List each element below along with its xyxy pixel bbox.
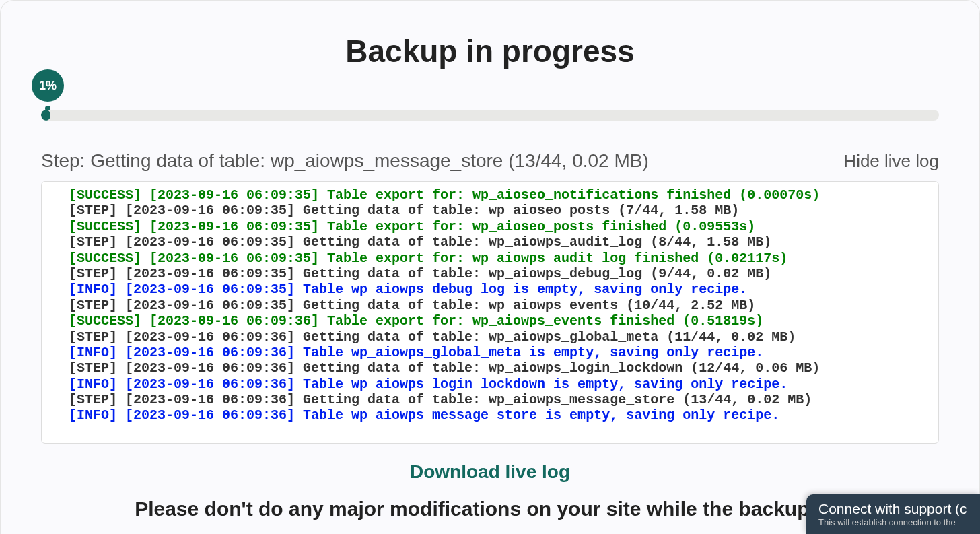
log-line: [INFO] [2023-09-16 06:09:36] Table wp_ai… bbox=[69, 407, 911, 423]
download-live-log-link[interactable]: Download live log bbox=[1, 461, 979, 483]
current-step-label: Step: Getting data of table: wp_aiowps_m… bbox=[41, 150, 649, 172]
support-popup[interactable]: Connect with support (c This will establ… bbox=[806, 494, 980, 534]
log-line: [STEP] [2023-09-16 06:09:35] Getting dat… bbox=[69, 298, 911, 313]
log-line: [STEP] [2023-09-16 06:09:36] Getting dat… bbox=[69, 360, 911, 376]
log-line: [SUCCESS] [2023-09-16 06:09:35] Table ex… bbox=[69, 251, 911, 266]
log-line: [INFO] [2023-09-16 06:09:36] Table wp_ai… bbox=[69, 345, 911, 360]
log-line: [STEP] [2023-09-16 06:09:35] Getting dat… bbox=[69, 266, 911, 281]
log-line: [SUCCESS] [2023-09-16 06:09:35] Table ex… bbox=[69, 187, 911, 203]
progress-bar-fill bbox=[41, 110, 50, 121]
page-title: Backup in progress bbox=[1, 1, 979, 96]
progress-bar-track bbox=[41, 110, 939, 121]
log-line: [STEP] [2023-09-16 06:09:36] Getting dat… bbox=[69, 392, 911, 407]
live-log-panel[interactable]: [SUCCESS] [2023-09-16 06:09:35] Table ex… bbox=[41, 181, 939, 444]
log-line: [STEP] [2023-09-16 06:09:36] Getting dat… bbox=[69, 329, 911, 345]
log-line: [STEP] [2023-09-16 06:09:35] Getting dat… bbox=[69, 203, 911, 218]
step-row: Step: Getting data of table: wp_aiowps_m… bbox=[1, 150, 979, 172]
progress-percent-badge: 1% bbox=[32, 69, 64, 102]
hide-live-log-link[interactable]: Hide live log bbox=[843, 151, 939, 172]
log-line: [SUCCESS] [2023-09-16 06:09:36] Table ex… bbox=[69, 313, 911, 329]
step-description: Getting data of table: wp_aiowps_message… bbox=[90, 150, 649, 171]
support-popup-subtitle: This will establish connection to the bbox=[818, 517, 968, 527]
support-popup-title: Connect with support (c bbox=[818, 501, 968, 517]
progress-section: 1% bbox=[1, 110, 979, 121]
backup-modal: Backup in progress 1% Step: Getting data… bbox=[0, 0, 980, 534]
log-line: [SUCCESS] [2023-09-16 06:09:35] Table ex… bbox=[69, 219, 911, 234]
step-prefix: Step: bbox=[41, 150, 90, 171]
log-line: [INFO] [2023-09-16 06:09:36] Table wp_ai… bbox=[69, 376, 911, 392]
log-line: [INFO] [2023-09-16 06:09:35] Table wp_ai… bbox=[69, 281, 911, 297]
log-line: [STEP] [2023-09-16 06:09:35] Getting dat… bbox=[69, 234, 911, 250]
